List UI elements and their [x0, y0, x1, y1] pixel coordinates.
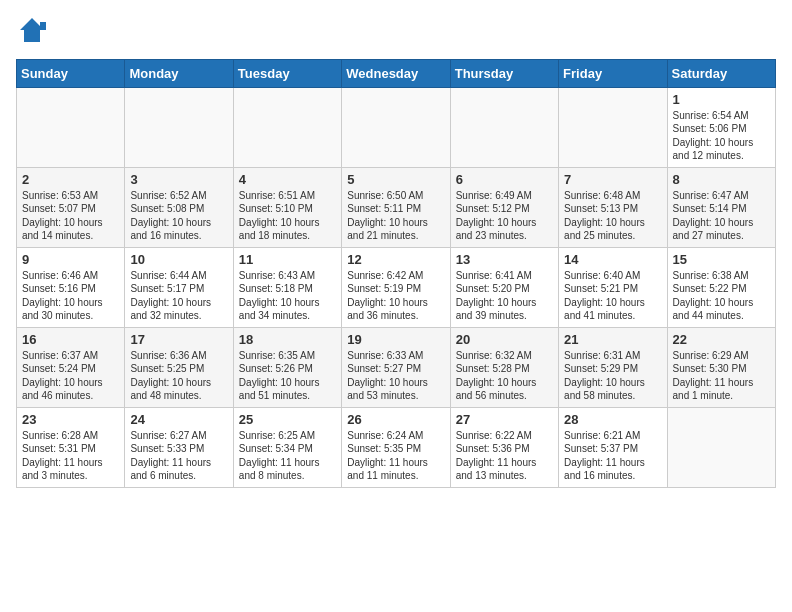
weekday-header-tuesday: Tuesday	[233, 59, 341, 87]
weekday-header-friday: Friday	[559, 59, 667, 87]
calendar-cell: 11Sunrise: 6:43 AM Sunset: 5:18 PM Dayli…	[233, 247, 341, 327]
calendar-cell: 1Sunrise: 6:54 AM Sunset: 5:06 PM Daylig…	[667, 87, 775, 167]
day-number: 19	[347, 332, 444, 347]
day-content: Sunrise: 6:42 AM Sunset: 5:19 PM Dayligh…	[347, 269, 444, 323]
day-number: 28	[564, 412, 661, 427]
day-content: Sunrise: 6:25 AM Sunset: 5:34 PM Dayligh…	[239, 429, 336, 483]
day-content: Sunrise: 6:50 AM Sunset: 5:11 PM Dayligh…	[347, 189, 444, 243]
day-content: Sunrise: 6:47 AM Sunset: 5:14 PM Dayligh…	[673, 189, 770, 243]
calendar-cell	[342, 87, 450, 167]
day-content: Sunrise: 6:40 AM Sunset: 5:21 PM Dayligh…	[564, 269, 661, 323]
day-content: Sunrise: 6:32 AM Sunset: 5:28 PM Dayligh…	[456, 349, 553, 403]
day-content: Sunrise: 6:33 AM Sunset: 5:27 PM Dayligh…	[347, 349, 444, 403]
weekday-header-sunday: Sunday	[17, 59, 125, 87]
calendar-cell: 28Sunrise: 6:21 AM Sunset: 5:37 PM Dayli…	[559, 407, 667, 487]
day-content: Sunrise: 6:48 AM Sunset: 5:13 PM Dayligh…	[564, 189, 661, 243]
day-content: Sunrise: 6:37 AM Sunset: 5:24 PM Dayligh…	[22, 349, 119, 403]
day-number: 17	[130, 332, 227, 347]
day-number: 25	[239, 412, 336, 427]
day-number: 22	[673, 332, 770, 347]
calendar-cell	[17, 87, 125, 167]
day-number: 18	[239, 332, 336, 347]
weekday-header-saturday: Saturday	[667, 59, 775, 87]
weekday-header-wednesday: Wednesday	[342, 59, 450, 87]
page-header	[16, 16, 776, 49]
day-number: 14	[564, 252, 661, 267]
svg-marker-1	[40, 22, 46, 30]
calendar-cell: 5Sunrise: 6:50 AM Sunset: 5:11 PM Daylig…	[342, 167, 450, 247]
calendar-cell: 3Sunrise: 6:52 AM Sunset: 5:08 PM Daylig…	[125, 167, 233, 247]
day-number: 7	[564, 172, 661, 187]
day-number: 24	[130, 412, 227, 427]
day-content: Sunrise: 6:41 AM Sunset: 5:20 PM Dayligh…	[456, 269, 553, 323]
calendar-week-row: 9Sunrise: 6:46 AM Sunset: 5:16 PM Daylig…	[17, 247, 776, 327]
calendar-cell	[233, 87, 341, 167]
calendar-cell: 16Sunrise: 6:37 AM Sunset: 5:24 PM Dayli…	[17, 327, 125, 407]
calendar-cell: 19Sunrise: 6:33 AM Sunset: 5:27 PM Dayli…	[342, 327, 450, 407]
calendar-cell: 15Sunrise: 6:38 AM Sunset: 5:22 PM Dayli…	[667, 247, 775, 327]
day-number: 12	[347, 252, 444, 267]
calendar-cell: 26Sunrise: 6:24 AM Sunset: 5:35 PM Dayli…	[342, 407, 450, 487]
calendar-cell: 12Sunrise: 6:42 AM Sunset: 5:19 PM Dayli…	[342, 247, 450, 327]
calendar-cell: 17Sunrise: 6:36 AM Sunset: 5:25 PM Dayli…	[125, 327, 233, 407]
logo-icon	[18, 16, 46, 44]
day-number: 9	[22, 252, 119, 267]
weekday-header-monday: Monday	[125, 59, 233, 87]
day-number: 20	[456, 332, 553, 347]
day-number: 13	[456, 252, 553, 267]
calendar-cell: 4Sunrise: 6:51 AM Sunset: 5:10 PM Daylig…	[233, 167, 341, 247]
day-content: Sunrise: 6:35 AM Sunset: 5:26 PM Dayligh…	[239, 349, 336, 403]
calendar-week-row: 2Sunrise: 6:53 AM Sunset: 5:07 PM Daylig…	[17, 167, 776, 247]
day-content: Sunrise: 6:44 AM Sunset: 5:17 PM Dayligh…	[130, 269, 227, 323]
weekday-header-thursday: Thursday	[450, 59, 558, 87]
calendar-cell: 2Sunrise: 6:53 AM Sunset: 5:07 PM Daylig…	[17, 167, 125, 247]
calendar-cell: 21Sunrise: 6:31 AM Sunset: 5:29 PM Dayli…	[559, 327, 667, 407]
calendar-cell: 14Sunrise: 6:40 AM Sunset: 5:21 PM Dayli…	[559, 247, 667, 327]
calendar-cell: 25Sunrise: 6:25 AM Sunset: 5:34 PM Dayli…	[233, 407, 341, 487]
calendar-table: SundayMondayTuesdayWednesdayThursdayFrid…	[16, 59, 776, 488]
calendar-cell	[125, 87, 233, 167]
day-number: 26	[347, 412, 444, 427]
calendar-week-row: 16Sunrise: 6:37 AM Sunset: 5:24 PM Dayli…	[17, 327, 776, 407]
day-number: 16	[22, 332, 119, 347]
day-content: Sunrise: 6:38 AM Sunset: 5:22 PM Dayligh…	[673, 269, 770, 323]
day-content: Sunrise: 6:21 AM Sunset: 5:37 PM Dayligh…	[564, 429, 661, 483]
day-number: 5	[347, 172, 444, 187]
day-number: 2	[22, 172, 119, 187]
day-number: 23	[22, 412, 119, 427]
day-content: Sunrise: 6:28 AM Sunset: 5:31 PM Dayligh…	[22, 429, 119, 483]
calendar-cell	[559, 87, 667, 167]
day-content: Sunrise: 6:24 AM Sunset: 5:35 PM Dayligh…	[347, 429, 444, 483]
calendar-cell: 9Sunrise: 6:46 AM Sunset: 5:16 PM Daylig…	[17, 247, 125, 327]
calendar-cell: 10Sunrise: 6:44 AM Sunset: 5:17 PM Dayli…	[125, 247, 233, 327]
calendar-cell: 27Sunrise: 6:22 AM Sunset: 5:36 PM Dayli…	[450, 407, 558, 487]
calendar-cell: 6Sunrise: 6:49 AM Sunset: 5:12 PM Daylig…	[450, 167, 558, 247]
calendar-cell: 7Sunrise: 6:48 AM Sunset: 5:13 PM Daylig…	[559, 167, 667, 247]
day-number: 4	[239, 172, 336, 187]
calendar-cell: 20Sunrise: 6:32 AM Sunset: 5:28 PM Dayli…	[450, 327, 558, 407]
day-number: 15	[673, 252, 770, 267]
day-content: Sunrise: 6:49 AM Sunset: 5:12 PM Dayligh…	[456, 189, 553, 243]
calendar-cell: 24Sunrise: 6:27 AM Sunset: 5:33 PM Dayli…	[125, 407, 233, 487]
logo	[16, 16, 46, 49]
calendar-cell: 18Sunrise: 6:35 AM Sunset: 5:26 PM Dayli…	[233, 327, 341, 407]
day-content: Sunrise: 6:53 AM Sunset: 5:07 PM Dayligh…	[22, 189, 119, 243]
day-number: 3	[130, 172, 227, 187]
calendar-cell: 23Sunrise: 6:28 AM Sunset: 5:31 PM Dayli…	[17, 407, 125, 487]
day-content: Sunrise: 6:27 AM Sunset: 5:33 PM Dayligh…	[130, 429, 227, 483]
day-number: 21	[564, 332, 661, 347]
day-number: 1	[673, 92, 770, 107]
day-number: 8	[673, 172, 770, 187]
day-content: Sunrise: 6:22 AM Sunset: 5:36 PM Dayligh…	[456, 429, 553, 483]
day-content: Sunrise: 6:54 AM Sunset: 5:06 PM Dayligh…	[673, 109, 770, 163]
day-content: Sunrise: 6:29 AM Sunset: 5:30 PM Dayligh…	[673, 349, 770, 403]
day-content: Sunrise: 6:51 AM Sunset: 5:10 PM Dayligh…	[239, 189, 336, 243]
day-number: 6	[456, 172, 553, 187]
day-content: Sunrise: 6:31 AM Sunset: 5:29 PM Dayligh…	[564, 349, 661, 403]
day-content: Sunrise: 6:46 AM Sunset: 5:16 PM Dayligh…	[22, 269, 119, 323]
weekday-header-row: SundayMondayTuesdayWednesdayThursdayFrid…	[17, 59, 776, 87]
calendar-cell	[667, 407, 775, 487]
day-number: 27	[456, 412, 553, 427]
calendar-cell: 13Sunrise: 6:41 AM Sunset: 5:20 PM Dayli…	[450, 247, 558, 327]
calendar-week-row: 23Sunrise: 6:28 AM Sunset: 5:31 PM Dayli…	[17, 407, 776, 487]
